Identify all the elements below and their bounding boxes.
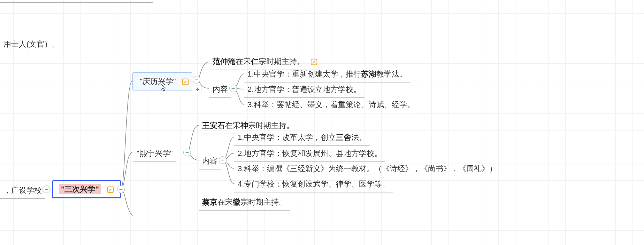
node-root-selected[interactable]: "三次兴学" [52, 180, 121, 198]
node-b3-head[interactable]: 蔡京在宋徽宗时期主持。 [199, 195, 290, 211]
label: "庆历兴学" [140, 77, 176, 86]
divider [0, 2, 153, 3]
edit-icon[interactable] [107, 186, 114, 193]
root-label: "三次兴学" [59, 184, 101, 194]
node-branch-qingli[interactable]: "庆历兴学" [132, 72, 192, 90]
edit-icon[interactable] [310, 58, 318, 66]
node-b1-item1[interactable]: 1.中央官学：重新创建太学，推行苏湖教学法。 [244, 67, 411, 82]
toggle-collapse[interactable]: − [43, 185, 50, 193]
text: 用士人(文官）。 [3, 40, 60, 48]
node-fragment-top[interactable]: 用士人(文官）。 [0, 37, 63, 52]
text: ，广设学校 [3, 186, 42, 195]
node-b1-item3[interactable]: 3.科举：罢帖经、墨义，着重策论、诗赋、经学。 [244, 97, 418, 113]
toggle-collapse[interactable]: − [219, 156, 227, 164]
mindmap-canvas[interactable]: 用士人(文官）。 ，广设学校 − "三次兴学" − "庆历兴学" − + 范仲淹… [0, 0, 644, 245]
node-b2-item2[interactable]: 2.地方官学：恢复和发展州、县地方学校。 [234, 146, 385, 162]
node-b2-item4[interactable]: 4.专门学校：恢复创设武学、律学、医学等。 [234, 177, 393, 192]
node-b2-content[interactable]: 内容 [199, 154, 221, 169]
node-b1-item2[interactable]: 2.地方官学：普遍设立地方学校。 [244, 82, 365, 98]
node-b1-content[interactable]: 内容 [209, 82, 231, 98]
node-b2-item1[interactable]: 1.中央官学：改革太学，创立三舍法。 [234, 130, 370, 146]
edit-icon[interactable] [182, 78, 189, 86]
toggle-collapse[interactable]: − [193, 76, 200, 84]
add-child-button[interactable]: + [194, 86, 201, 93]
node-branch-xining[interactable]: "熙宁兴学" [133, 146, 176, 162]
toggle-collapse[interactable]: − [229, 85, 237, 92]
node-b2-item3[interactable]: 3.科举：编撰《三经新义》为统一教材。（《诗经》，《尚书》，《周礼》） [234, 161, 500, 177]
toggle-collapse[interactable]: − [183, 149, 191, 156]
toggle-collapse[interactable]: − [117, 185, 125, 193]
node-fragment-left[interactable]: ，广设学校 [0, 183, 45, 199]
